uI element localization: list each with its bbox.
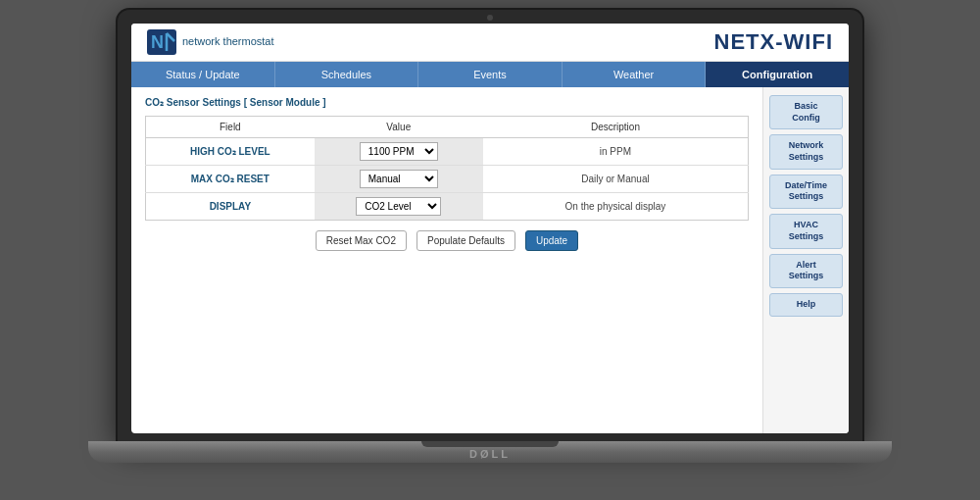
logo-text: network thermostat [182,35,274,48]
select-display[interactable]: CO2 Level Temperature Humidity [356,197,441,216]
select-high-co2-level[interactable]: 800 PPM 900 PPM 1000 PPM 1100 PPM 1200 P… [360,142,438,161]
logo-area: N network thermostat [147,29,274,55]
table-row: HIGH CO₂ LEVEL 800 PPM 900 PPM 1000 PPM … [146,138,749,166]
table-row: DISPLAY CO2 Level Temperature Humidity [146,193,749,221]
field-display: DISPLAY [146,193,315,221]
action-row: Reset Max CO2 Populate Defaults Update [145,230,749,251]
desc-max-reset: Daily or Manual [483,166,749,193]
table-row: MAX CO₂ RESET Daily Manual Daily or Manu… [146,166,749,193]
nt-logo-icon: N [147,29,176,55]
value-high-co2: 800 PPM 900 PPM 1000 PPM 1100 PPM 1200 P… [315,138,483,166]
brand-title: NETX-WIFI [714,29,833,55]
col-header-desc: Description [483,117,749,138]
field-max-reset: MAX CO₂ RESET [146,166,315,193]
nav-status[interactable]: Status / Update [131,62,275,87]
sidebar-basic-config[interactable]: BasicConfig [769,95,843,129]
nav-configuration[interactable]: Configuration [706,62,849,87]
nav-events[interactable]: Events [418,62,563,87]
desc-display: On the physical display [483,193,749,221]
svg-text:N: N [151,32,164,52]
sidebar-alert-settings[interactable]: AlertSettings [769,254,843,288]
update-button[interactable]: Update [525,230,578,251]
value-display: CO2 Level Temperature Humidity [315,193,483,221]
nav-weather[interactable]: Weather [563,62,707,87]
sidebar: BasicConfig NetworkSettings Date/TimeSet… [762,87,849,433]
col-header-field: Field [146,117,315,138]
header: N network thermostat NETX-WIFI [131,24,849,62]
dell-logo: DØLL [469,448,511,460]
sidebar-datetime-settings[interactable]: Date/TimeSettings [769,175,843,209]
main-content: CO₂ Sensor Settings [ Sensor Module ] Fi… [131,87,762,433]
reset-max-co2-button[interactable]: Reset Max CO2 [316,230,407,251]
content-area: CO₂ Sensor Settings [ Sensor Module ] Fi… [131,87,849,433]
sidebar-network-settings[interactable]: NetworkSettings [769,134,843,169]
nav-schedules[interactable]: Schedules [275,62,419,87]
sidebar-help[interactable]: Help [769,293,843,317]
config-table: Field Value Description HIGH CO₂ LEVEL [145,116,749,221]
laptop-screen: N network thermostat NETX-WIFI Status / … [131,24,849,433]
screen-bezel: N network thermostat NETX-WIFI Status / … [118,10,862,441]
laptop-base: DØLL [88,441,892,463]
section-title: CO₂ Sensor Settings [ Sensor Module ] [145,97,749,108]
camera [487,15,493,21]
populate-defaults-button[interactable]: Populate Defaults [416,230,515,251]
col-header-value: Value [315,117,483,138]
laptop-shell: N network thermostat NETX-WIFI Status / … [88,10,892,490]
field-high-co2: HIGH CO₂ LEVEL [146,138,315,166]
desc-high-co2: in PPM [483,138,749,166]
value-max-reset: Daily Manual [315,166,483,193]
select-max-co2-reset[interactable]: Daily Manual [360,170,438,188]
web-ui: N network thermostat NETX-WIFI Status / … [131,24,849,433]
sidebar-hvac-settings[interactable]: HVACSettings [769,214,843,248]
nav-bar: Status / Update Schedules Events Weather… [131,62,849,87]
